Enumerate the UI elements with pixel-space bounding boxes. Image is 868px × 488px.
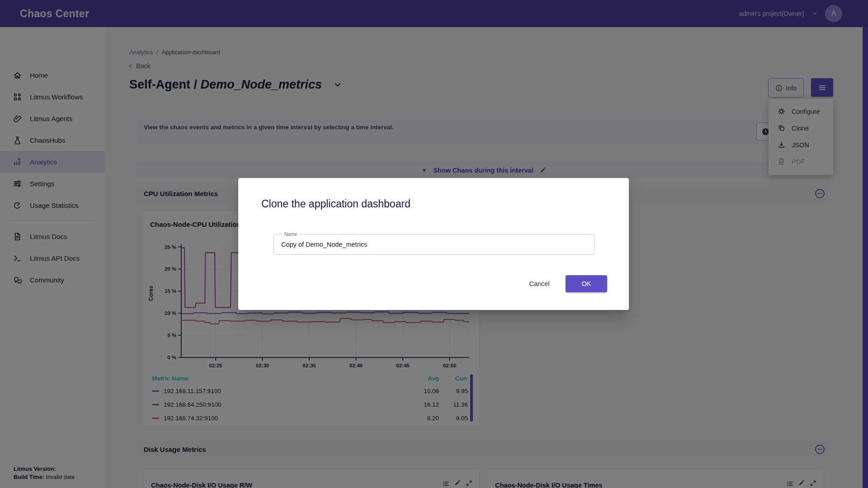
name-input[interactable]	[281, 235, 584, 254]
app-root: Chaos Center admin's project(Owner) A Ho…	[0, 0, 868, 488]
clone-dashboard-modal: Clone the application dashboard Name Can…	[238, 178, 629, 310]
modal-title: Clone the application dashboard	[261, 198, 410, 210]
cancel-button[interactable]: Cancel	[519, 275, 559, 292]
name-field-wrapper: Name	[274, 234, 594, 255]
ok-button[interactable]: OK	[566, 275, 607, 292]
modal-actions: Cancel OK	[519, 275, 607, 292]
